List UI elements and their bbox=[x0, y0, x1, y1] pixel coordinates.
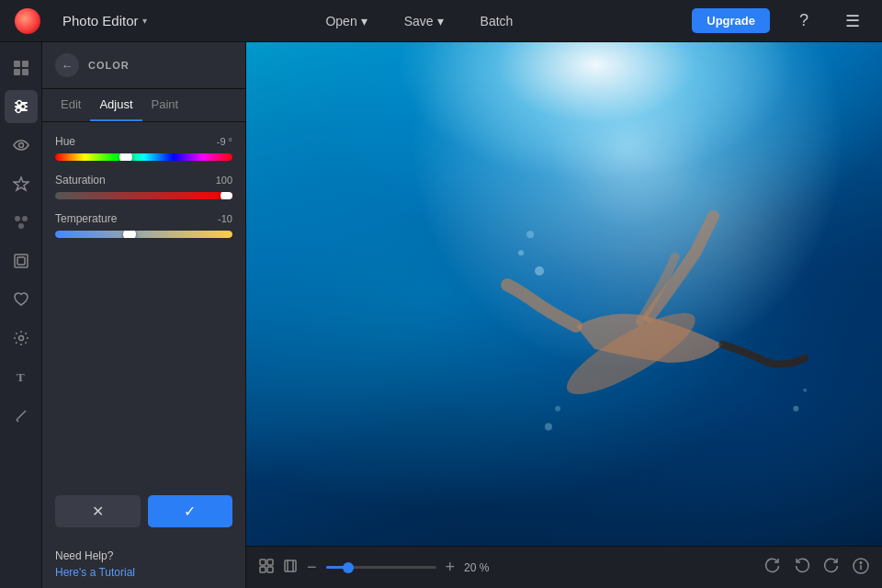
temperature-control: Temperature -10 bbox=[55, 212, 232, 238]
svg-point-25 bbox=[545, 424, 552, 431]
svg-point-17 bbox=[18, 336, 23, 341]
crop-icon[interactable] bbox=[283, 559, 298, 576]
help-link[interactable]: Here's a Tutorial bbox=[55, 566, 232, 579]
svg-rect-30 bbox=[267, 560, 273, 565]
svg-rect-32 bbox=[267, 567, 273, 572]
svg-rect-2 bbox=[14, 69, 20, 75]
confirm-button[interactable]: ✓ bbox=[148, 495, 233, 527]
info-icon[interactable] bbox=[853, 558, 869, 577]
svg-rect-3 bbox=[22, 69, 28, 75]
settings-icon[interactable] bbox=[5, 322, 38, 355]
app-logo bbox=[15, 8, 40, 34]
rotate-cw-icon[interactable] bbox=[764, 558, 781, 577]
confirm-icon: ✓ bbox=[184, 503, 196, 519]
svg-point-9 bbox=[16, 108, 20, 113]
hue-label: Hue bbox=[55, 135, 75, 148]
zoom-slider[interactable] bbox=[326, 566, 436, 569]
save-button[interactable]: Save ▾ bbox=[397, 10, 451, 32]
help-title: Need Help? bbox=[55, 549, 232, 562]
help-button[interactable]: ? bbox=[792, 7, 816, 34]
swimmer-svg bbox=[246, 42, 882, 546]
svg-rect-16 bbox=[17, 257, 25, 265]
tab-adjust[interactable]: Adjust bbox=[90, 89, 141, 121]
svg-point-22 bbox=[535, 266, 544, 276]
batch-label: Batch bbox=[481, 14, 514, 28]
sliders-icon[interactable] bbox=[5, 90, 38, 123]
hue-value: -9 ° bbox=[217, 136, 232, 147]
gallery-icon[interactable] bbox=[5, 51, 38, 85]
undo-icon[interactable] bbox=[794, 558, 810, 577]
zoom-out-button[interactable]: − bbox=[307, 558, 317, 577]
open-label: Open bbox=[325, 14, 356, 28]
section-title: COLOR bbox=[88, 60, 130, 71]
icon-sidebar: T bbox=[0, 42, 42, 588]
redo-icon[interactable] bbox=[823, 558, 840, 577]
help-section: Need Help? Here's a Tutorial bbox=[42, 540, 245, 588]
topbar: Photo Editor ▾ Open ▾ Save ▾ Batch Upgra… bbox=[0, 0, 882, 42]
back-button[interactable]: ← bbox=[55, 53, 79, 77]
eye-icon[interactable] bbox=[5, 129, 38, 162]
fit-icon[interactable] bbox=[259, 559, 274, 576]
svg-rect-1 bbox=[22, 61, 28, 67]
photo-background bbox=[246, 42, 882, 546]
svg-point-38 bbox=[860, 562, 862, 564]
svg-line-20 bbox=[17, 420, 18, 422]
temperature-label: Temperature bbox=[55, 212, 117, 225]
saturation-value: 100 bbox=[216, 175, 232, 186]
svg-point-14 bbox=[18, 223, 24, 229]
batch-button[interactable]: Batch bbox=[473, 10, 521, 32]
svg-point-8 bbox=[20, 105, 25, 109]
menu-button[interactable]: ☰ bbox=[838, 7, 867, 35]
panel-header: ← COLOR bbox=[42, 42, 245, 89]
zoom-in-button[interactable]: + bbox=[446, 558, 456, 577]
temperature-slider-track[interactable] bbox=[55, 231, 232, 238]
star-icon[interactable] bbox=[5, 167, 38, 200]
svg-rect-33 bbox=[285, 560, 296, 571]
zoom-slider-thumb bbox=[343, 562, 354, 573]
saturation-slider-track[interactable] bbox=[55, 192, 232, 199]
zoom-value: 20 % bbox=[464, 561, 497, 574]
tab-edit[interactable]: Edit bbox=[51, 89, 90, 121]
save-chevron: ▾ bbox=[437, 14, 444, 28]
text-icon[interactable]: T bbox=[5, 360, 38, 393]
frame-icon[interactable] bbox=[5, 244, 38, 277]
svg-point-12 bbox=[15, 216, 20, 221]
svg-line-19 bbox=[17, 411, 26, 420]
hue-slider-track[interactable] bbox=[55, 153, 232, 161]
bottom-right-icons bbox=[764, 558, 869, 577]
svg-point-23 bbox=[518, 250, 524, 255]
app-title-text: Photo Editor bbox=[62, 13, 139, 28]
app-title: Photo Editor ▾ bbox=[62, 13, 147, 28]
svg-marker-11 bbox=[14, 177, 28, 190]
cancel-button[interactable]: ✕ bbox=[55, 495, 141, 527]
open-button[interactable]: Open ▾ bbox=[318, 10, 374, 32]
svg-rect-0 bbox=[14, 61, 20, 67]
svg-point-27 bbox=[793, 406, 798, 412]
saturation-control: Saturation 100 bbox=[55, 174, 232, 199]
cancel-icon: ✕ bbox=[92, 503, 104, 519]
svg-point-10 bbox=[18, 143, 23, 148]
color-controls: Hue -9 ° Saturation 100 bbox=[42, 122, 245, 495]
svg-rect-15 bbox=[15, 254, 28, 267]
main-layout: T ← COLOR Edit Adjust Paint H bbox=[0, 42, 882, 588]
canvas-area: − + 20 % bbox=[246, 42, 882, 588]
panel-tabs: Edit Adjust Paint bbox=[42, 89, 245, 122]
app-title-chevron: ▾ bbox=[142, 16, 147, 26]
brush-icon[interactable] bbox=[5, 399, 38, 432]
action-buttons: ✕ ✓ bbox=[42, 495, 245, 540]
open-chevron: ▾ bbox=[361, 14, 368, 28]
save-label: Save bbox=[404, 14, 434, 28]
saturation-label: Saturation bbox=[55, 174, 106, 187]
photo-canvas[interactable] bbox=[246, 42, 882, 546]
tab-paint[interactable]: Paint bbox=[142, 89, 188, 121]
upgrade-label: Upgrade bbox=[707, 14, 755, 28]
temperature-value: -10 bbox=[218, 213, 232, 224]
hue-control: Hue -9 ° bbox=[55, 135, 232, 161]
svg-point-24 bbox=[526, 231, 534, 238]
heart-icon[interactable] bbox=[5, 283, 38, 316]
effects-icon[interactable] bbox=[5, 206, 38, 239]
svg-text:T: T bbox=[17, 370, 25, 384]
upgrade-button[interactable]: Upgrade bbox=[692, 8, 770, 33]
svg-point-26 bbox=[555, 406, 560, 412]
svg-rect-29 bbox=[260, 560, 266, 565]
